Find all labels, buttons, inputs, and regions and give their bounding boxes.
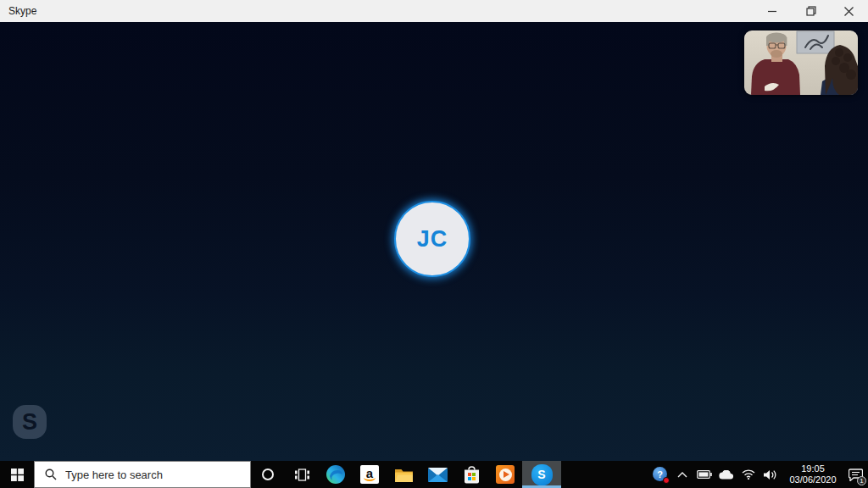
close-icon	[844, 7, 854, 16]
search-icon	[45, 469, 57, 480]
task-view-icon	[295, 469, 309, 481]
window-controls	[754, 0, 868, 22]
get-help-tray-button[interactable]: ?	[651, 461, 670, 488]
store-button[interactable]	[454, 461, 488, 488]
start-icon	[11, 469, 24, 481]
skype-icon: S	[531, 464, 553, 485]
file-explorer-icon	[394, 467, 414, 483]
cortana-button[interactable]	[251, 461, 285, 488]
windows-taskbar: a	[0, 461, 868, 488]
mail-button[interactable]	[420, 461, 454, 488]
volume-icon	[764, 469, 777, 480]
file-explorer-button[interactable]	[387, 461, 420, 488]
amazon-icon: a	[360, 465, 379, 484]
restore-button[interactable]	[792, 0, 830, 22]
avatar-initials: JC	[417, 226, 448, 252]
store-icon	[463, 466, 481, 484]
watermark-letter: S	[22, 409, 37, 435]
taskbar-search[interactable]	[34, 461, 251, 488]
search-input[interactable]	[65, 469, 235, 481]
wifi-icon	[742, 469, 755, 480]
wifi-tray-button[interactable]	[739, 461, 758, 488]
cortana-icon	[262, 469, 274, 480]
tray-clock[interactable]: 19:05 03/06/2020	[783, 463, 843, 485]
close-button[interactable]	[830, 0, 868, 22]
volume-tray-button[interactable]	[761, 461, 780, 488]
call-stage: JC S	[0, 22, 868, 461]
question-mark-glyph: ?	[657, 469, 663, 480]
notification-count-badge: 1	[857, 476, 866, 485]
edge-icon	[326, 464, 346, 485]
edge-button[interactable]	[319, 461, 353, 488]
amazon-smile-arc	[364, 477, 376, 481]
start-button[interactable]	[0, 461, 34, 488]
clock-time: 19:05	[783, 463, 843, 474]
clock-date: 03/06/2020	[783, 474, 843, 485]
amazon-button[interactable]: a	[353, 461, 387, 488]
battery-tray-button[interactable]	[695, 461, 714, 488]
mail-icon	[428, 468, 448, 482]
movies-tv-icon	[496, 465, 515, 484]
show-hidden-icons-button[interactable]	[673, 461, 692, 488]
battery-icon	[697, 470, 712, 479]
play-icon	[504, 471, 509, 478]
webcam-preview-image	[744, 30, 858, 95]
hidden-icons-chevron-icon	[677, 472, 687, 478]
movies-tv-button[interactable]	[488, 461, 522, 488]
taskbar-empty-space	[561, 461, 651, 488]
system-tray: ?	[651, 461, 868, 488]
movies-tv-play-circle	[499, 469, 512, 481]
onedrive-tray-button[interactable]	[717, 461, 736, 488]
window-title: Skype	[0, 5, 754, 17]
skype-letter: S	[537, 468, 545, 481]
skype-watermark-logo: S	[13, 405, 47, 439]
skype-window-titlebar: Skype	[0, 0, 868, 22]
onedrive-cloud-icon	[719, 470, 734, 480]
remote-participant-avatar: JC	[394, 201, 470, 277]
restore-icon	[806, 6, 816, 16]
selfview-video-thumbnail[interactable]	[744, 30, 858, 95]
minimize-button[interactable]	[754, 0, 792, 22]
task-view-button[interactable]	[285, 461, 319, 488]
notification-dot	[663, 477, 670, 484]
action-center-button[interactable]: 1	[846, 461, 865, 488]
minimize-icon	[768, 7, 777, 16]
skype-taskbar-button[interactable]: S	[522, 461, 561, 488]
